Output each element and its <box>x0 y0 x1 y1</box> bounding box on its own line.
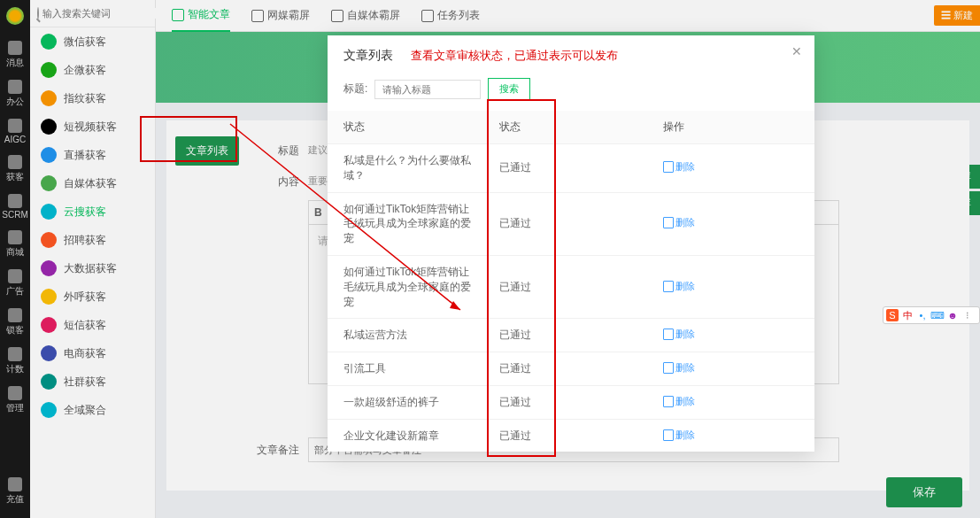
ime-menu-icon[interactable]: ⁝ <box>961 309 974 321</box>
table-row: 企业文化建设新篇章已通过删除 <box>328 420 814 452</box>
table-row: 私域运营方法已通过删除 <box>328 319 814 352</box>
row-title: 一款超级舒适的裤子 <box>328 386 487 420</box>
table-row: 私域是什么？为什么要做私域？已通过删除 <box>328 144 814 193</box>
row-title: 企业文化建设新篇章 <box>328 420 487 452</box>
col-action: 操作 <box>651 111 814 144</box>
delete-link[interactable]: 删除 <box>663 361 695 375</box>
modal-search-label: 标题: <box>343 81 367 97</box>
modal-hint: 查看文章审核状态，已通过表示可以发布 <box>411 48 618 64</box>
col-status: 状态 <box>487 111 651 144</box>
row-title: 私域是什么？为什么要做私域？ <box>328 144 487 193</box>
row-status: 已通过 <box>487 192 651 255</box>
row-title: 私域运营方法 <box>328 319 487 352</box>
delete-link[interactable]: 删除 <box>663 395 695 408</box>
row-status: 已通过 <box>487 352 651 386</box>
modal-search-button[interactable]: 搜索 <box>488 78 530 100</box>
row-status: 已通过 <box>487 386 651 420</box>
row-status: 已通过 <box>487 319 651 352</box>
modal-title: 文章列表 <box>343 48 393 64</box>
delete-link[interactable]: 删除 <box>663 216 695 229</box>
row-status: 已通过 <box>487 255 651 318</box>
modal-search-input[interactable] <box>374 80 481 99</box>
delete-link[interactable]: 删除 <box>663 328 695 341</box>
table-row: 引流工具已通过删除 <box>328 352 814 386</box>
close-icon[interactable]: ✕ <box>791 44 802 58</box>
article-list-modal: 文章列表 查看文章审核状态，已通过表示可以发布 ✕ 标题: 搜索 状态 状态 操… <box>328 35 814 452</box>
ime-s-icon: S <box>886 309 899 321</box>
row-title: 如何通过TikTok矩阵营销让毛绒玩具成为全球家庭的爱宠 <box>328 255 487 318</box>
table-row: 如何通过TikTok矩阵营销让毛绒玩具成为全球家庭的爱宠已通过删除 <box>328 192 814 255</box>
row-title: 如何通过TikTok矩阵营销让毛绒玩具成为全球家庭的爱宠 <box>328 192 487 255</box>
ime-emoji-icon[interactable]: ☻ <box>946 309 959 321</box>
col-title: 状态 <box>328 111 487 144</box>
ime-toolbar[interactable]: S 中 •, ⌨ ☻ ⁝ <box>883 306 980 324</box>
delete-link[interactable]: 删除 <box>663 280 695 293</box>
ime-punct-icon[interactable]: •, <box>916 309 929 321</box>
table-row: 如何通过TikTok矩阵营销让毛绒玩具成为全球家庭的爱宠已通过删除 <box>328 255 814 318</box>
ime-lang[interactable]: 中 <box>901 309 914 321</box>
row-status: 已通过 <box>487 420 651 452</box>
delete-link[interactable]: 删除 <box>663 160 695 174</box>
row-title: 引流工具 <box>328 352 487 386</box>
table-row: 一款超级舒适的裤子已通过删除 <box>328 386 814 420</box>
modal-table: 状态 状态 操作 私域是什么？为什么要做私域？已通过删除如何通过TikTok矩阵… <box>328 111 814 452</box>
delete-link[interactable]: 删除 <box>663 429 695 442</box>
row-status: 已通过 <box>487 144 651 193</box>
ime-keyboard-icon[interactable]: ⌨ <box>931 309 944 321</box>
